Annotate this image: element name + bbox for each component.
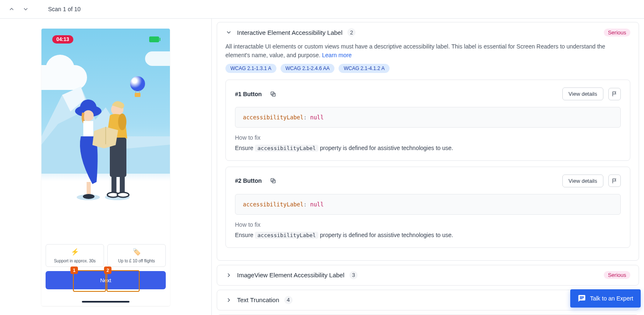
issue-title: #2 Button bbox=[235, 177, 262, 184]
chevron-down-icon bbox=[225, 29, 232, 36]
results-panel[interactable]: Interactive Element Accessibility Label … bbox=[211, 19, 644, 315]
next-scan-button[interactable] bbox=[21, 4, 31, 14]
view-details-button[interactable]: View details bbox=[562, 174, 603, 187]
rule-header[interactable]: ImageView Element Accessibility Label 3 … bbox=[217, 265, 639, 285]
inline-code: accessibilityLabel bbox=[255, 232, 318, 239]
battery-icon bbox=[149, 36, 159, 42]
rule-title: Text Truncation bbox=[237, 296, 279, 303]
screenshot-panel: 04:13 bbox=[0, 19, 211, 315]
topbar: Scan 1 of 10 bbox=[0, 0, 644, 19]
home-indicator bbox=[82, 301, 130, 303]
chevron-down-icon bbox=[22, 6, 29, 12]
device-frame: 04:13 bbox=[41, 29, 170, 306]
rule-title: ImageView Element Accessibility Label bbox=[237, 271, 344, 279]
rule-interactive-label: Interactive Element Accessibility Label … bbox=[217, 22, 639, 261]
flag-button[interactable] bbox=[608, 88, 621, 100]
rule-description: All interactable UI elements or custom v… bbox=[225, 42, 630, 60]
wcag-chips: WCAG 2.1-1.3.1 A WCAG 2.1-2.4.6 AA WCAG … bbox=[225, 64, 630, 73]
svg-rect-13 bbox=[111, 176, 116, 192]
chevron-right-icon bbox=[225, 272, 232, 279]
rule-body: All interactable UI elements or custom v… bbox=[217, 42, 639, 260]
issue-header: #2 Button View details bbox=[235, 174, 621, 187]
learn-more-link[interactable]: Learn more bbox=[322, 52, 352, 58]
issue-header: #1 Button View details bbox=[235, 87, 621, 100]
severity-badge: Serious bbox=[604, 29, 630, 36]
copy-button[interactable] bbox=[267, 174, 279, 187]
code-snippet: accessibilityLabel: null bbox=[235, 107, 621, 128]
rule-title: Interactive Element Accessibility Label bbox=[237, 29, 342, 36]
issue-highlight-1[interactable]: 1 bbox=[73, 270, 106, 292]
rule-count: 2 bbox=[347, 28, 356, 36]
flag-icon bbox=[612, 178, 618, 184]
main-layout: 04:13 bbox=[0, 19, 644, 315]
how-to-fix-body: Ensure accessibilityLabel property is de… bbox=[235, 230, 621, 240]
prev-scan-button[interactable] bbox=[7, 4, 17, 14]
wcag-chip[interactable]: WCAG 2.1-1.3.1 A bbox=[225, 64, 276, 73]
svg-point-9 bbox=[83, 194, 94, 199]
chat-widget[interactable]: Talk to an Expert bbox=[570, 289, 641, 308]
svg-point-16 bbox=[117, 192, 129, 197]
scan-counter: Scan 1 of 10 bbox=[48, 6, 81, 12]
chevron-right-icon bbox=[225, 297, 232, 303]
rule-header[interactable]: Interactive Element Accessibility Label … bbox=[217, 22, 639, 42]
flag-button[interactable] bbox=[608, 174, 621, 187]
issue-card: #2 Button View details accessibilityLabe… bbox=[225, 167, 630, 248]
code-snippet: accessibilityLabel: null bbox=[235, 194, 621, 215]
view-details-button[interactable]: View details bbox=[562, 87, 603, 100]
svg-point-11 bbox=[118, 114, 126, 130]
chevron-up-icon bbox=[8, 6, 15, 12]
svg-point-7 bbox=[83, 110, 94, 121]
promo-card-support[interactable]: ⚡ Support in approx. 30s bbox=[46, 244, 104, 267]
inline-code: accessibilityLabel bbox=[255, 145, 318, 152]
promo-card-label: Support in approx. 30s bbox=[54, 259, 96, 263]
status-time: 04:13 bbox=[52, 35, 73, 44]
copy-icon bbox=[270, 177, 276, 184]
promo-card-discount[interactable]: 🏷️ Up to £ 10 off flights bbox=[107, 244, 166, 267]
how-to-fix-label: How to fix bbox=[235, 134, 621, 141]
issue-title: #1 Button bbox=[235, 91, 262, 97]
svg-rect-8 bbox=[87, 182, 91, 194]
device-statusbar: 04:13 bbox=[41, 34, 170, 44]
copy-icon bbox=[270, 91, 276, 97]
people-illustration bbox=[68, 93, 143, 209]
cloud-shape bbox=[145, 51, 170, 66]
severity-badge: Serious bbox=[604, 271, 630, 279]
promo-cards: ⚡ Support in approx. 30s 🏷️ Up to £ 10 o… bbox=[46, 244, 166, 267]
chat-label: Talk to an Expert bbox=[590, 295, 633, 302]
wcag-chip[interactable]: WCAG 2.1-4.1.2 A bbox=[339, 64, 390, 73]
rule-imageview-label: ImageView Element Accessibility Label 3 … bbox=[217, 265, 639, 286]
balloon-illustration bbox=[130, 76, 145, 94]
rule-count: 3 bbox=[349, 271, 358, 279]
copy-button[interactable] bbox=[267, 88, 279, 100]
tag-icon: 🏷️ bbox=[132, 247, 141, 256]
flag-icon bbox=[612, 91, 618, 97]
how-to-fix-label: How to fix bbox=[235, 221, 621, 228]
how-to-fix-body: Ensure accessibilityLabel property is de… bbox=[235, 143, 621, 153]
issue-highlight-2[interactable]: 2 bbox=[107, 270, 140, 292]
issue-card: #1 Button View details accessibilityLabe… bbox=[225, 80, 630, 161]
rule-count: 4 bbox=[284, 296, 293, 304]
bolt-icon: ⚡ bbox=[70, 247, 80, 256]
promo-card-label: Up to £ 10 off flights bbox=[118, 259, 155, 263]
chat-icon bbox=[578, 294, 586, 303]
wcag-chip[interactable]: WCAG 2.1-2.4.6 AA bbox=[281, 64, 335, 73]
svg-rect-14 bbox=[120, 176, 125, 192]
